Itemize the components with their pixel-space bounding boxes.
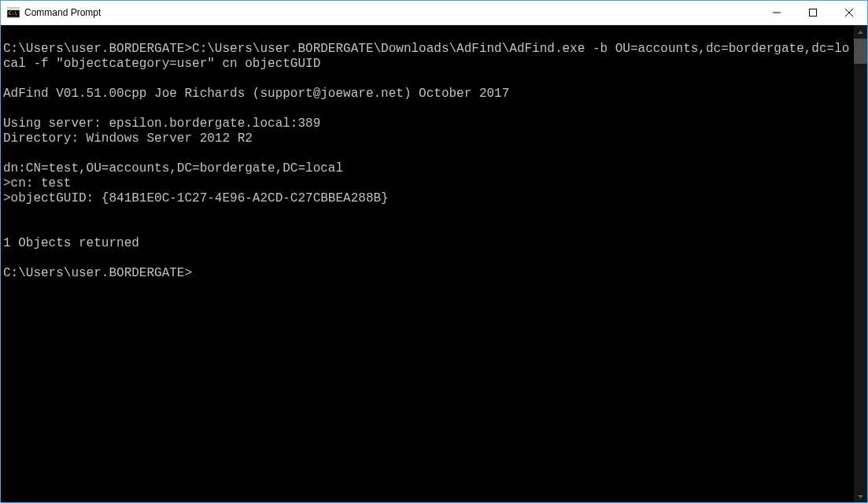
terminal-line: Directory: Windows Server 2012 R2 — [3, 131, 854, 146]
terminal-line — [3, 221, 854, 236]
svg-text:C:\: C:\ — [9, 10, 17, 16]
terminal-line: AdFind V01.51.00cpp Joe Richards (suppor… — [3, 87, 854, 102]
terminal-content[interactable]: C:\Users\user.BORDERGATE>C:\Users\user.B… — [1, 25, 854, 503]
terminal-line: dn:CN=test,OU=accounts,DC=bordergate,DC=… — [3, 161, 854, 176]
terminal-line: Using server: epsilon.bordergate.local:3… — [3, 117, 854, 131]
scroll-up-button[interactable] — [854, 25, 867, 39]
terminal-line: 1 Objects returned — [3, 236, 854, 251]
scroll-down-button[interactable] — [854, 490, 867, 503]
svg-rect-4 — [810, 9, 817, 17]
terminal-line — [3, 206, 854, 221]
terminal-line — [3, 102, 854, 117]
terminal-line — [3, 27, 854, 42]
window-controls — [759, 1, 867, 24]
terminal-line: >objectGUID: {841B1E0C-1C27-4E96-A2CD-C2… — [3, 191, 854, 206]
terminal-line — [3, 251, 854, 266]
terminal-line: >cn: test — [3, 176, 854, 191]
titlebar[interactable]: C:\ Command Prompt — [1, 1, 867, 25]
maximize-button[interactable] — [795, 1, 831, 24]
terminal-line: C:\Users\user.BORDERGATE> — [3, 266, 854, 281]
terminal-line — [3, 72, 854, 87]
terminal-area: C:\Users\user.BORDERGATE>C:\Users\user.B… — [1, 25, 867, 503]
close-button[interactable] — [831, 1, 867, 24]
minimize-button[interactable] — [759, 1, 795, 24]
terminal-line — [3, 146, 854, 161]
scroll-track[interactable] — [854, 39, 867, 490]
window-title: Command Prompt — [24, 7, 101, 18]
cmd-icon: C:\ — [7, 6, 20, 19]
svg-marker-8 — [858, 495, 863, 498]
vertical-scrollbar[interactable] — [854, 25, 867, 503]
svg-marker-7 — [858, 31, 863, 34]
scroll-thumb[interactable] — [854, 39, 867, 64]
terminal-line: C:\Users\user.BORDERGATE>C:\Users\user.B… — [3, 42, 854, 72]
